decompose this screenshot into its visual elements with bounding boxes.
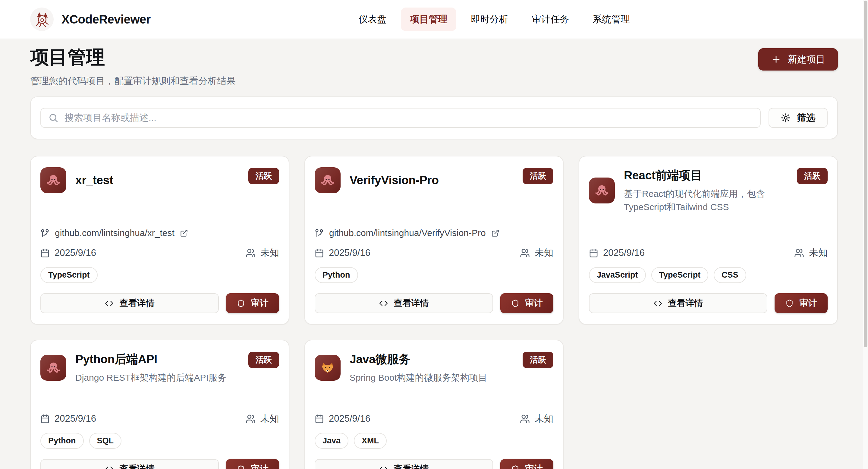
view-details-button[interactable]: 查看详情: [40, 293, 219, 313]
project-avatar: [315, 167, 341, 193]
brand-name: XCodeReviewer: [61, 13, 151, 26]
audit-button-label: 审计: [251, 463, 269, 469]
search-input[interactable]: [40, 108, 761, 128]
shield-icon: [237, 299, 245, 307]
brand[interactable]: XCodeReviewer: [30, 7, 151, 31]
audit-button[interactable]: 审计: [500, 293, 553, 313]
tag-pill: Java: [315, 433, 348, 449]
page-subtitle: 管理您的代码项目，配置审计规则和查看分析结果: [30, 75, 236, 87]
project-avatar: [315, 355, 341, 381]
octopus-avatar-icon: [595, 183, 609, 198]
code-icon: [653, 299, 662, 308]
project-name: xr_test: [75, 174, 113, 187]
nav-item-4[interactable]: 系统管理: [584, 7, 639, 31]
git-branch-icon: [40, 228, 50, 238]
nav-item-3[interactable]: 审计任务: [523, 7, 578, 31]
octopus-avatar-icon: [320, 173, 335, 187]
nav-item-1[interactable]: 项目管理: [401, 7, 456, 31]
users-icon: [520, 248, 530, 258]
status-badge: 活跃: [523, 352, 553, 368]
calendar-icon: [315, 414, 324, 424]
project-name: VerifyVision-Pro: [350, 174, 439, 187]
code-icon: [105, 465, 114, 469]
shield-icon: [511, 299, 519, 307]
nav-item-0[interactable]: 仪表盘: [349, 7, 396, 31]
filter-label: 筛选: [797, 112, 815, 124]
tag-pill: TypeScript: [40, 267, 98, 283]
audit-button-label: 审计: [800, 297, 817, 309]
status-badge: 活跃: [797, 168, 828, 184]
status-badge: 活跃: [523, 168, 553, 184]
project-card: xr_test 活跃 github.com/lintsinghua/xr_tes…: [30, 156, 289, 324]
audit-button[interactable]: 审计: [500, 459, 553, 469]
calendar-icon: [40, 414, 50, 424]
project-date: 2025/9/16: [55, 413, 96, 424]
project-members: 未知: [260, 412, 279, 425]
page-title: 项目管理: [30, 44, 236, 70]
project-card: Java微服务 Spring Boot构建的微服务架构项目 活跃 2025/9/…: [304, 340, 564, 469]
filter-button[interactable]: 筛选: [769, 108, 828, 128]
project-date: 2025/9/16: [329, 247, 370, 258]
project-description: Spring Boot构建的微服务架构项目: [350, 371, 487, 384]
scrollbar-thumb[interactable]: [864, 1, 867, 347]
project-members: 未知: [809, 247, 828, 259]
nav-item-2[interactable]: 即时分析: [462, 7, 517, 31]
users-icon: [794, 248, 804, 258]
code-icon: [379, 299, 388, 308]
tag-pill: TypeScript: [651, 267, 709, 283]
plus-icon: [771, 54, 781, 64]
new-project-button[interactable]: 新建项目: [758, 48, 838, 70]
scrollbar-track: [863, 0, 868, 469]
octopus-avatar-icon: [46, 173, 61, 187]
project-date: 2025/9/16: [55, 247, 96, 258]
tag-pill: Python: [40, 433, 84, 449]
git-branch-icon: [315, 228, 324, 238]
details-button-label: 查看详情: [120, 463, 155, 469]
audit-button[interactable]: 审计: [775, 293, 828, 313]
external-link-icon: [491, 229, 499, 237]
calendar-icon: [40, 248, 50, 258]
shield-icon: [237, 465, 245, 469]
project-avatar: [40, 355, 66, 381]
project-tags: JavaXML: [315, 433, 553, 449]
status-badge: 活跃: [248, 168, 279, 184]
users-icon: [246, 414, 255, 424]
project-members: 未知: [535, 247, 553, 259]
view-details-button[interactable]: 查看详情: [315, 459, 493, 469]
new-project-label: 新建项目: [788, 53, 825, 66]
audit-button[interactable]: 审计: [226, 293, 279, 313]
tag-pill: JavaScript: [589, 267, 646, 283]
tag-pill: CSS: [714, 267, 746, 283]
project-name: React前端项目: [624, 167, 797, 184]
details-button-label: 查看详情: [120, 297, 155, 309]
project-name: Python后端API: [75, 351, 227, 368]
audit-button-label: 审计: [251, 297, 269, 309]
project-avatar: [589, 178, 615, 204]
audit-button[interactable]: 审计: [226, 459, 279, 469]
shield-icon: [785, 299, 794, 307]
project-repo-row[interactable]: github.com/lintsinghua/VerifyVision-Pro: [315, 228, 553, 238]
details-button-label: 查看详情: [668, 297, 703, 309]
project-repo-row[interactable]: github.com/lintsinghua/xr_test: [40, 228, 279, 238]
search-icon: [48, 113, 59, 123]
calendar-icon: [589, 248, 598, 258]
project-avatar: [40, 167, 66, 193]
project-date: 2025/9/16: [329, 413, 370, 424]
tag-pill: XML: [354, 433, 387, 449]
view-details-button[interactable]: 查看详情: [40, 459, 219, 469]
page-head: 项目管理 管理您的代码项目，配置审计规则和查看分析结果 新建项目: [30, 44, 838, 87]
top-navbar: XCodeReviewer 仪表盘项目管理即时分析审计任务系统管理: [0, 0, 868, 39]
users-icon: [246, 248, 255, 258]
project-tags: Python: [315, 267, 553, 283]
main-content: 项目管理 管理您的代码项目，配置审计规则和查看分析结果 新建项目 筛选: [0, 39, 868, 469]
tag-pill: Python: [315, 267, 358, 283]
project-tags: TypeScript: [40, 267, 279, 283]
project-description: 基于React的现代化前端应用，包含TypeScript和Tailwind CS…: [624, 187, 797, 213]
project-card: React前端项目 基于React的现代化前端应用，包含TypeScript和T…: [579, 156, 838, 324]
fox-avatar-icon: [320, 361, 335, 375]
audit-button-label: 审计: [525, 463, 543, 469]
view-details-button[interactable]: 查看详情: [589, 293, 767, 313]
view-details-button[interactable]: 查看详情: [315, 293, 493, 313]
repo-link-text: github.com/lintsinghua/VerifyVision-Pro: [329, 228, 486, 238]
calendar-icon: [315, 248, 324, 258]
